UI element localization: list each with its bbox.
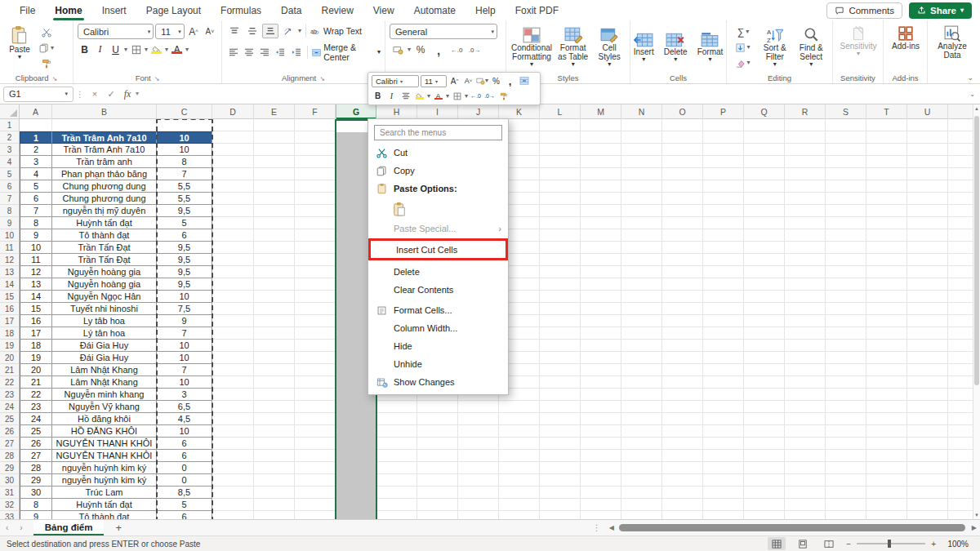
- menu-item-cut[interactable]: Cut: [368, 144, 508, 162]
- cell-a[interactable]: 16: [20, 315, 52, 327]
- mini-font-name-combo[interactable]: Calibri▾: [372, 75, 419, 87]
- formula-bar-expand-icon[interactable]: ⌄: [969, 91, 975, 98]
- cell-a[interactable]: 20: [20, 364, 52, 376]
- wrap-text-button[interactable]: ab Wrap Text: [310, 26, 362, 36]
- decrease-decimal-button[interactable]: .0→: [466, 42, 483, 57]
- row-header-9[interactable]: 9: [0, 217, 19, 229]
- menu-item-paste-option[interactable]: [368, 198, 508, 220]
- row-header-21[interactable]: 21: [0, 364, 19, 376]
- cell-a[interactable]: 12: [20, 266, 52, 278]
- fill-color-button[interactable]: [149, 42, 163, 56]
- cell-b[interactable]: nguyễn huỳnh kim ký: [52, 462, 157, 474]
- cell-a[interactable]: 17: [20, 327, 52, 340]
- ribbon-tab-help[interactable]: Help: [466, 0, 506, 20]
- cell-c[interactable]: 9,5: [157, 266, 212, 278]
- cell-b[interactable]: Lâm Nhật Khang: [52, 376, 157, 389]
- cell-c[interactable]: 6,5: [157, 401, 212, 413]
- cell-b[interactable]: Đái Gia Huy: [52, 340, 157, 352]
- row-header-29[interactable]: 29: [0, 462, 19, 474]
- accounting-format-button[interactable]: [390, 42, 406, 57]
- clear-button[interactable]: ▾: [731, 56, 755, 70]
- increase-font-button[interactable]: A^: [186, 24, 201, 39]
- cell-b[interactable]: Trần Tấn Đạt: [52, 254, 157, 266]
- mini-increase-decimal-button[interactable]: ←.0: [470, 90, 482, 102]
- cell-a[interactable]: 13: [20, 278, 52, 291]
- cell-a[interactable]: 25: [20, 425, 52, 438]
- cell-styles-button[interactable]: Cell Styles ▾: [593, 24, 626, 71]
- tab-scroll-splitter[interactable]: ⋮: [588, 523, 606, 532]
- cell-c[interactable]: 6: [157, 438, 212, 450]
- cell-a[interactable]: 2: [20, 144, 52, 156]
- share-button[interactable]: Share ▾: [909, 2, 972, 19]
- mini-align-center-button[interactable]: [399, 90, 412, 102]
- normal-view-button[interactable]: [768, 537, 786, 550]
- format-cells-button[interactable]: Format ▾: [694, 24, 727, 71]
- cell-c[interactable]: 10: [157, 131, 212, 144]
- cell-b[interactable]: NGUYỄN THANH KHÔI: [52, 438, 157, 450]
- mini-accounting-button[interactable]: ▾: [476, 75, 488, 87]
- clipboard-dialog-launcher-icon[interactable]: ↘: [51, 75, 57, 82]
- horizontal-scroll-track[interactable]: [617, 523, 969, 532]
- zoom-level[interactable]: 100%: [944, 540, 969, 549]
- cell-b[interactable]: Đái Gia Huy: [52, 352, 157, 364]
- decrease-font-button[interactable]: A˅: [203, 24, 217, 39]
- analyze-data-button[interactable]: Analyze Data: [932, 24, 973, 61]
- cell-c[interactable]: 9,5: [157, 278, 212, 291]
- row-header-12[interactable]: 12: [0, 254, 19, 266]
- autosum-button[interactable]: ∑▾: [731, 24, 755, 39]
- cell-a[interactable]: 8: [20, 499, 52, 511]
- ribbon-tab-page-layout[interactable]: Page Layout: [136, 0, 211, 20]
- cell-c[interactable]: 9,5: [157, 254, 212, 266]
- cell-b[interactable]: Chung phương dung: [52, 180, 157, 193]
- menu-item-unhide[interactable]: Unhide: [368, 355, 508, 373]
- conditional-formatting-button[interactable]: Conditional Formatting ▾: [510, 24, 553, 71]
- row-header-28[interactable]: 28: [0, 450, 19, 462]
- column-header-f[interactable]: F: [295, 104, 336, 119]
- insert-cells-button[interactable]: Insert ▾: [630, 24, 657, 71]
- cell-a[interactable]: 27: [20, 450, 52, 462]
- mini-percent-button[interactable]: %: [490, 75, 502, 87]
- align-center-button[interactable]: [242, 45, 256, 60]
- name-box[interactable]: G1▾: [3, 87, 74, 102]
- cell-b[interactable]: Trần trâm anh: [52, 156, 157, 168]
- bottom-align-button[interactable]: [262, 24, 278, 38]
- cell-b[interactable]: Lý tân hoa: [52, 327, 157, 340]
- select-all-corner[interactable]: [0, 104, 20, 119]
- cell-c[interactable]: 7: [157, 364, 212, 376]
- cell-c[interactable]: 10: [157, 340, 212, 352]
- row-header-4[interactable]: 4: [0, 156, 19, 168]
- column-header-k[interactable]: K: [499, 104, 540, 119]
- underline-button[interactable]: U: [109, 42, 122, 56]
- column-header-o[interactable]: O: [662, 104, 703, 119]
- row-header-26[interactable]: 26: [0, 425, 19, 438]
- column-header-a[interactable]: A: [20, 104, 52, 119]
- merge-center-button[interactable]: Merge & Center ▾: [312, 42, 381, 62]
- cell-b[interactable]: Nguyễn hoàng gia: [52, 266, 157, 278]
- align-left-button[interactable]: [226, 45, 240, 60]
- column-header-b[interactable]: B: [52, 104, 157, 119]
- row-header-17[interactable]: 17: [0, 315, 19, 327]
- italic-button[interactable]: I: [93, 42, 107, 56]
- menu-item-copy[interactable]: Copy: [368, 162, 508, 180]
- row-header-11[interactable]: 11: [0, 242, 19, 254]
- fill-color-dropdown-icon[interactable]: ▾: [165, 47, 168, 53]
- cell-b[interactable]: Nguyễn minh khang: [52, 389, 157, 401]
- column-header-p[interactable]: P: [703, 104, 744, 119]
- increase-indent-button[interactable]: [289, 45, 303, 60]
- column-header-i[interactable]: I: [417, 104, 458, 119]
- cell-a[interactable]: 26: [20, 438, 52, 450]
- ribbon-tab-foxit-pdf[interactable]: Foxit PDF: [506, 0, 568, 20]
- cell-b[interactable]: nguyễn huỳnh kim ký: [52, 474, 157, 487]
- zoom-in-icon[interactable]: +: [931, 540, 936, 549]
- cell-c[interactable]: 5,5: [157, 193, 212, 205]
- menu-item-clear-contents[interactable]: Clear Contents: [368, 281, 508, 299]
- formula-bar-splitter[interactable]: ⋮: [74, 90, 87, 99]
- percent-style-button[interactable]: %: [412, 42, 429, 57]
- page-layout-view-button[interactable]: [794, 537, 812, 550]
- cell-c[interactable]: 5: [157, 217, 212, 229]
- font-size-combo[interactable]: 11▾: [155, 24, 184, 39]
- ribbon-tab-review[interactable]: Review: [311, 0, 363, 20]
- cell-a[interactable]: 6: [20, 193, 52, 205]
- align-right-button[interactable]: [258, 45, 272, 60]
- mini-decrease-font-button[interactable]: A˅: [462, 75, 474, 87]
